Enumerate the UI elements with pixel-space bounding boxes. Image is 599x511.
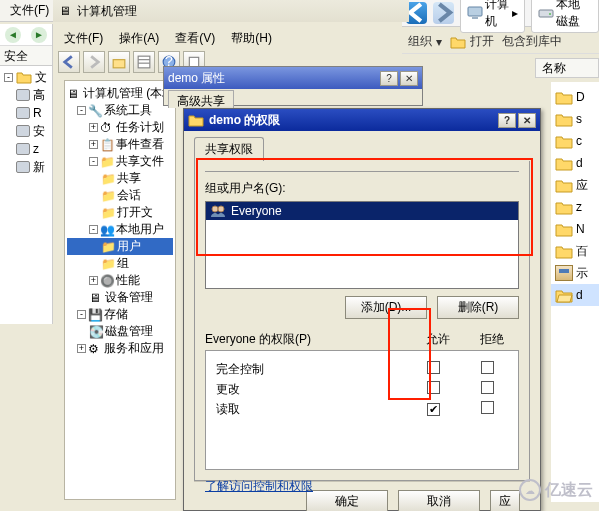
list-item[interactable]: N xyxy=(551,218,599,240)
svg-rect-0 xyxy=(468,7,482,16)
cm-menu-action[interactable]: 操作(A) xyxy=(113,28,165,49)
learn-acl-link[interactable]: 了解访问控制和权限 xyxy=(205,478,313,495)
cb-change-allow[interactable] xyxy=(427,381,440,394)
breadcrumb-computer-label: 计算机 xyxy=(485,0,510,30)
perm-close-button[interactable]: ✕ xyxy=(518,113,536,128)
sec-root[interactable]: -文 xyxy=(2,68,50,86)
svg-rect-2 xyxy=(539,10,553,17)
tree-shares[interactable]: 📁共享 xyxy=(67,170,173,187)
properties-titlebar[interactable]: demo 属性 ? ✕ xyxy=(164,67,422,89)
list-item[interactable]: c xyxy=(551,130,599,152)
cm-titlebar: 🖥 计算机管理 xyxy=(53,0,409,22)
perm-help-button[interactable]: ? xyxy=(498,113,516,128)
add-button[interactable]: 添加(D)... xyxy=(345,296,427,319)
perm-titlebar[interactable]: demo 的权限 ? ✕ xyxy=(184,109,540,131)
props-close-button[interactable]: ✕ xyxy=(400,71,418,86)
tree-services[interactable]: +⚙服务和应用 xyxy=(67,340,173,357)
svg-point-11 xyxy=(212,206,218,212)
col-deny: 拒绝 xyxy=(465,331,519,348)
tool-back-icon[interactable] xyxy=(58,51,80,73)
cb-read-deny[interactable] xyxy=(481,401,494,414)
action-open[interactable]: 打开 xyxy=(450,33,494,50)
explorer-file-list: D s c d 应 z N 百 示 d xyxy=(551,82,599,502)
list-item[interactable]: D xyxy=(551,86,599,108)
security-nav: ◄ ► xyxy=(0,24,52,46)
list-item[interactable]: 应 xyxy=(551,174,599,196)
folder-icon xyxy=(555,134,573,149)
list-item[interactable]: d xyxy=(551,152,599,174)
cb-read-allow[interactable] xyxy=(427,403,440,416)
list-item[interactable]: 高 xyxy=(2,86,50,104)
props-help-button[interactable]: ? xyxy=(380,71,398,86)
cb-full-deny[interactable] xyxy=(481,361,494,374)
perm-row-full: 完全控制 xyxy=(216,359,514,379)
security-header: 安全 xyxy=(0,46,52,66)
tree-storage[interactable]: -💾存储 xyxy=(67,306,173,323)
tree-users[interactable]: 📁用户 xyxy=(67,238,173,255)
column-header-name[interactable]: 名称 xyxy=(535,58,599,78)
folder-icon xyxy=(555,112,573,127)
nav-forward-button[interactable] xyxy=(433,2,454,24)
tool-list-icon[interactable] xyxy=(133,51,155,73)
explorer-nav: 计算机▸ 本地磁盘 xyxy=(402,0,599,27)
breadcrumb-computer[interactable]: 计算机▸ xyxy=(460,0,525,33)
svg-rect-5 xyxy=(138,56,150,68)
tree-systools[interactable]: -🔧系统工具 xyxy=(67,102,173,119)
list-item[interactable]: 新 xyxy=(2,158,50,176)
list-item[interactable]: z xyxy=(2,140,50,158)
nav-back-button[interactable] xyxy=(406,2,427,24)
tree-diskmgr[interactable]: 💽磁盘管理 xyxy=(67,323,173,340)
list-item[interactable]: 安 xyxy=(2,122,50,140)
explorer-actions: 组织 ▾ 打开 包含到库中 xyxy=(402,30,599,54)
user-everyone-row[interactable]: Everyone xyxy=(206,202,518,220)
tree-shared[interactable]: -📁共享文件 xyxy=(67,153,173,170)
list-item[interactable]: s xyxy=(551,108,599,130)
cm-menu-file[interactable]: 文件(F) xyxy=(58,28,109,49)
cm-title-icon: 🖥 xyxy=(59,4,71,18)
cb-change-deny[interactable] xyxy=(481,381,494,394)
tree-devmgr[interactable]: 🖥设备管理 xyxy=(67,289,173,306)
watermark: ☁ 亿速云 xyxy=(519,479,593,501)
breadcrumb-localdisk-label: 本地磁盘 xyxy=(556,0,592,30)
folder-open-icon xyxy=(555,288,573,303)
list-item[interactable]: d xyxy=(551,284,599,306)
cb-full-allow[interactable] xyxy=(427,361,440,374)
list-item[interactable]: 示 xyxy=(551,262,599,284)
tool-up-icon[interactable] xyxy=(108,51,130,73)
svg-point-3 xyxy=(549,13,551,15)
outer-menu-file[interactable]: 文件(F) xyxy=(4,0,55,21)
sec-back-icon[interactable]: ◄ xyxy=(5,27,21,43)
tab-share-permissions[interactable]: 共享权限 xyxy=(194,137,264,161)
tree-root[interactable]: 🖥计算机管理 (本地 xyxy=(67,85,173,102)
tree-localusers[interactable]: -👥本地用户 xyxy=(67,221,173,238)
folder-icon xyxy=(188,113,204,127)
folder-icon xyxy=(555,200,573,215)
tree-event[interactable]: +📋事件查看 xyxy=(67,136,173,153)
group-users-label: 组或用户名(G): xyxy=(205,180,519,197)
cm-menu-view[interactable]: 查看(V) xyxy=(169,28,221,49)
action-organize[interactable]: 组织 ▾ xyxy=(408,33,442,50)
sec-forward-icon[interactable]: ► xyxy=(31,27,47,43)
list-item[interactable]: z xyxy=(551,196,599,218)
adv-share-tab[interactable]: 高级共享 xyxy=(168,90,234,108)
tree-groups[interactable]: 📁组 xyxy=(67,255,173,272)
tree-task[interactable]: +⏱任务计划 xyxy=(67,119,173,136)
folder-icon xyxy=(555,90,573,105)
users-listbox[interactable]: Everyone xyxy=(205,201,519,289)
list-item[interactable]: R xyxy=(2,104,50,122)
list-item[interactable]: 百 xyxy=(551,240,599,262)
tree-sessions[interactable]: 📁会话 xyxy=(67,187,173,204)
action-include[interactable]: 包含到库中 xyxy=(502,33,562,50)
open-icon xyxy=(450,35,466,49)
svg-point-12 xyxy=(218,206,224,212)
tree-perf[interactable]: +🔘性能 xyxy=(67,272,173,289)
permissions-grid: 完全控制 更改 读取 xyxy=(205,350,519,470)
perm-for-label: Everyone 的权限(P) xyxy=(205,331,411,348)
cm-menu-help[interactable]: 帮助(H) xyxy=(225,28,278,49)
remove-button[interactable]: 删除(R) xyxy=(437,296,519,319)
folder-icon xyxy=(555,244,573,259)
folder-icon xyxy=(555,222,573,237)
tree-openfiles[interactable]: 📁打开文 xyxy=(67,204,173,221)
breadcrumb-localdisk[interactable]: 本地磁盘 xyxy=(531,0,599,33)
properties-title-text: demo 属性 xyxy=(168,70,225,87)
